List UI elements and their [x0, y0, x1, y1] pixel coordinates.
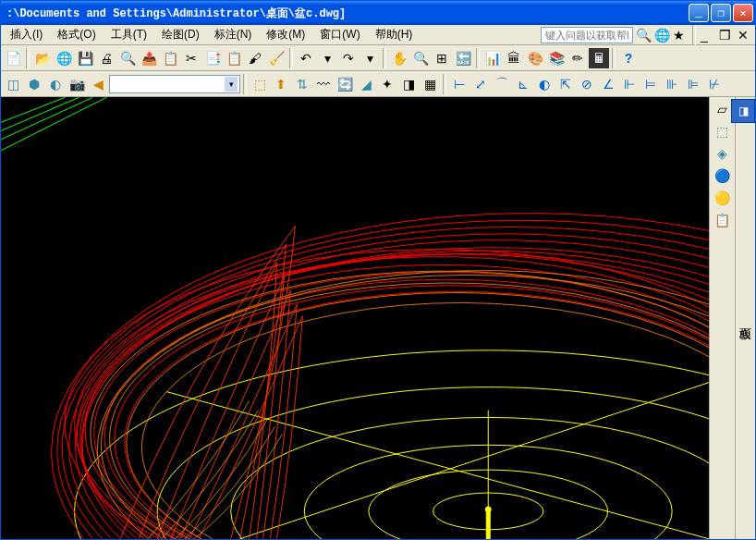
- 3d-wireframe-icon[interactable]: ⬚: [713, 121, 733, 141]
- svg-point-14: [485, 507, 491, 512]
- copy-icon[interactable]: 📑: [202, 48, 223, 68]
- close-button[interactable]: ✕: [733, 4, 753, 22]
- dim-arc-icon[interactable]: ⌒: [492, 74, 512, 94]
- help-search-area: 🔍 🌐 ★ _ ❐ ✕: [541, 25, 753, 45]
- drawing-svg: [1, 97, 709, 539]
- dashboard-toggle-icon[interactable]: ◨: [731, 99, 755, 123]
- window-buttons: _ ❐ ✕: [689, 4, 753, 22]
- dim-aligned-icon[interactable]: ⤢: [470, 74, 491, 94]
- dim-ordinate-icon[interactable]: ⊾: [513, 74, 533, 94]
- restore-button[interactable]: ❐: [711, 4, 731, 22]
- 3d-sweep-icon[interactable]: 〰: [313, 74, 334, 94]
- menu-draw[interactable]: 绘图(D): [154, 25, 207, 44]
- dim-quick-icon[interactable]: ⊩: [619, 74, 640, 94]
- print-icon[interactable]: 🖨: [96, 48, 116, 68]
- menubar: 插入(I) 格式(O) 工具(T) 绘图(D) 标注(N) 修改(M) 窗口(W…: [1, 25, 755, 45]
- menu-format[interactable]: 格式(O): [50, 25, 103, 44]
- inner-close-icon[interactable]: ✕: [737, 27, 753, 43]
- layer-combo[interactable]: ▾: [109, 75, 240, 93]
- pan-icon[interactable]: ✋: [389, 48, 409, 68]
- menu-window[interactable]: 窗口(W): [312, 25, 367, 44]
- dim-linear-icon[interactable]: ⊢: [449, 74, 469, 94]
- dim-diameter-icon[interactable]: ⊘: [577, 74, 597, 94]
- minimize-button[interactable]: _: [689, 4, 709, 22]
- sep: [692, 25, 696, 45]
- publish-icon[interactable]: 📤: [139, 48, 159, 68]
- conceptual-icon[interactable]: 🟡: [713, 188, 733, 208]
- svg-point-9: [75, 350, 709, 539]
- redo-list-icon[interactable]: ▾: [360, 48, 380, 68]
- manage-styles-icon[interactable]: 📋: [713, 210, 733, 230]
- ucs-icon[interactable]: ✦: [377, 74, 397, 94]
- svg-rect-13: [486, 509, 490, 539]
- markup-icon[interactable]: ✏: [567, 48, 588, 68]
- tool-palette-icon[interactable]: 🎨: [525, 48, 545, 68]
- sphere3d-icon[interactable]: ◐: [45, 74, 66, 94]
- quickcalc-icon[interactable]: 🖩: [589, 48, 609, 68]
- menu-insert[interactable]: 插入(I): [3, 25, 50, 44]
- menu-dimension[interactable]: 标注(N): [207, 25, 260, 44]
- favorites-icon[interactable]: ★: [672, 27, 689, 43]
- realistic-icon[interactable]: 🔵: [713, 166, 733, 186]
- dim-space-icon[interactable]: ⊫: [683, 74, 703, 94]
- dim-jogged-icon[interactable]: ⇱: [555, 74, 576, 94]
- dim-angular-icon[interactable]: ∠: [598, 74, 618, 94]
- camera-icon[interactable]: 📷: [67, 74, 87, 94]
- toolbar-3d-dim: ◫ ⬢ ◐ 📷 ◀ ▾ ⬚ ⬆ ⇅ 〰 🔄 ◢ ✦ ◨ ▦ ⊢ ⤢ ⌒ ⊾ ◐ …: [1, 71, 755, 97]
- 2d-wireframe-icon[interactable]: ▱: [713, 99, 733, 119]
- 3d-presspull-icon[interactable]: ⇅: [292, 74, 312, 94]
- redo-icon[interactable]: ↷: [338, 48, 359, 68]
- toolbar-standard: 📄 📂 🌐 💾 🖨 🔍 📤 📋 ✂ 📑 📋 🖌 🧹 ↶ ▾ ↷ ▾ ✋ 🔍 ⊞ …: [1, 45, 755, 71]
- titlebar: :\Documents and Settings\Administrator\桌…: [1, 1, 755, 25]
- undo-list-icon[interactable]: ▾: [317, 48, 337, 68]
- match-prop-icon[interactable]: 🖌: [245, 48, 265, 68]
- dim-baseline-icon[interactable]: ⊨: [640, 74, 661, 94]
- chevron-down-icon: ▾: [225, 77, 238, 92]
- help-search-input[interactable]: [541, 27, 633, 43]
- dim-continue-icon[interactable]: ⊪: [662, 74, 682, 94]
- section-plane-icon[interactable]: ◨: [398, 74, 419, 94]
- polysolid-icon[interactable]: ⬢: [24, 74, 44, 94]
- menu-tools[interactable]: 工具(T): [104, 25, 154, 44]
- drawing-canvas[interactable]: [1, 97, 709, 539]
- cut-icon[interactable]: ✂: [181, 48, 201, 68]
- dim-break-icon[interactable]: ⊬: [704, 74, 725, 94]
- open-icon[interactable]: 📂: [32, 48, 53, 68]
- menu-help[interactable]: 帮助(H): [368, 25, 421, 44]
- sheet-set-icon[interactable]: 📚: [546, 48, 567, 68]
- block-editor-icon[interactable]: 🧹: [266, 48, 287, 68]
- plot-icon[interactable]: 📋: [160, 48, 180, 68]
- dim-radius-icon[interactable]: ◐: [534, 74, 555, 94]
- titlebar-path: :\Documents and Settings\Administrator\桌…: [3, 6, 689, 21]
- svg-line-3: [1, 97, 106, 160]
- designcenter-icon[interactable]: 🏛: [504, 48, 524, 68]
- search-icon[interactable]: 🔍: [635, 27, 652, 43]
- app-window: :\Documents and Settings\Administrator\桌…: [0, 0, 756, 540]
- inner-restore-icon[interactable]: ❐: [718, 27, 735, 43]
- svg-line-11: [240, 383, 709, 539]
- main-area: ▱ ⬚ ◈ 🔵 🟡 📋 面板 ◨: [1, 97, 755, 539]
- save-icon[interactable]: 💾: [75, 48, 95, 68]
- box3d-icon[interactable]: ◫: [3, 74, 23, 94]
- inner-min-icon[interactable]: _: [700, 27, 716, 43]
- open-web-icon[interactable]: 🌐: [54, 48, 74, 68]
- 3d-revolve-icon[interactable]: 🔄: [335, 74, 355, 94]
- layer-prev-icon[interactable]: ◀: [88, 74, 108, 94]
- preview-icon[interactable]: 🔍: [117, 48, 138, 68]
- menu-modify[interactable]: 修改(M): [259, 25, 312, 44]
- 3d-hidden-icon[interactable]: ◈: [713, 143, 733, 164]
- help-icon[interactable]: ?: [618, 48, 639, 68]
- paste-icon[interactable]: 📋: [224, 48, 244, 68]
- flatshot-icon[interactable]: ▦: [420, 74, 440, 94]
- 3d-loft-icon[interactable]: ◢: [356, 74, 376, 94]
- 3d-extrude-icon[interactable]: ⬆: [271, 74, 291, 94]
- 3d-box-icon[interactable]: ⬚: [250, 74, 270, 94]
- new-icon[interactable]: 📄: [3, 48, 23, 68]
- undo-icon[interactable]: ↶: [296, 48, 316, 68]
- dashboard-panel-tab[interactable]: 面板: [735, 97, 755, 539]
- zoom-win-icon[interactable]: ⊞: [432, 48, 452, 68]
- properties-icon[interactable]: 📊: [482, 48, 503, 68]
- zoom-prev-icon[interactable]: 🔙: [453, 48, 473, 68]
- zoom-rt-icon[interactable]: 🔍: [410, 48, 431, 68]
- comm-center-icon[interactable]: 🌐: [653, 27, 670, 43]
